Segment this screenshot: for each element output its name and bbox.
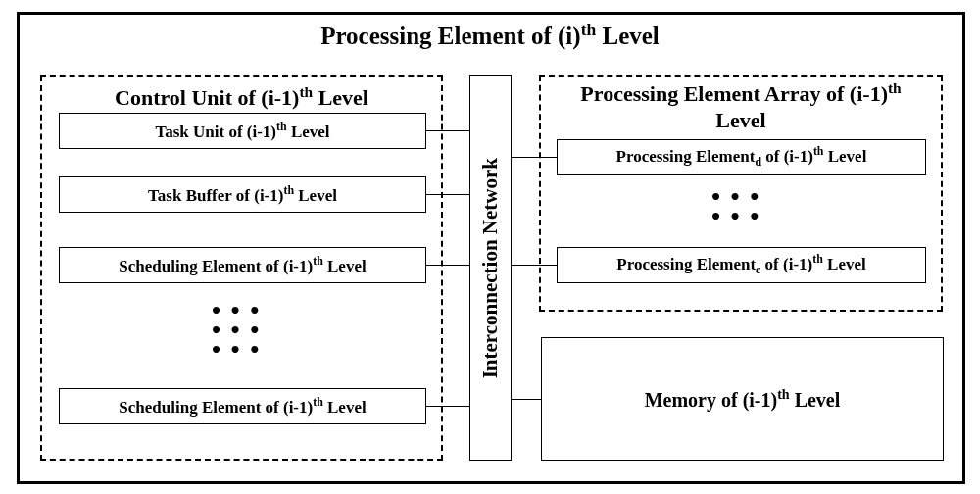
task-unit-box: Task Unit of (i-1)th Level bbox=[59, 113, 426, 149]
connector-sched-1 bbox=[426, 265, 469, 266]
pe-c-box: Processing Elementc of (i-1)th Level bbox=[557, 247, 926, 283]
connector-sched-2 bbox=[426, 406, 469, 407]
control-unit-title: Control Unit of (i-1)th Level bbox=[42, 83, 441, 111]
interconnection-network-box: Interconnection Network bbox=[469, 75, 512, 461]
pe-d-box: Processing Elementd of (i-1)th Level bbox=[557, 139, 926, 175]
connector-memory bbox=[512, 399, 541, 400]
interconnection-network-label: Interconnection Network bbox=[478, 158, 503, 378]
connector-task-buffer bbox=[426, 194, 469, 195]
scheduling-element-1-box: Scheduling Element of (i-1)th Level bbox=[59, 247, 426, 283]
pe-array-dots-2: • • • bbox=[711, 202, 760, 231]
main-title-prefix: Processing Element of (i) bbox=[320, 23, 580, 49]
main-title-sup: th bbox=[581, 20, 597, 39]
scheduling-element-2-box: Scheduling Element of (i-1)th Level bbox=[59, 388, 426, 424]
connector-pe-c bbox=[512, 265, 557, 266]
main-title: Processing Element of (i)th Level bbox=[0, 20, 980, 50]
connector-task-unit bbox=[426, 130, 469, 131]
pe-array-title: Processing Element Array of (i-1)th Leve… bbox=[541, 79, 941, 133]
control-unit-dots-3: • • • bbox=[212, 335, 261, 365]
task-buffer-box: Task Buffer of (i-1)th Level bbox=[59, 176, 426, 213]
memory-box: Memory of (i-1)th Level bbox=[541, 337, 944, 461]
main-title-suffix: Level bbox=[596, 23, 660, 49]
connector-pe-d bbox=[512, 157, 557, 158]
